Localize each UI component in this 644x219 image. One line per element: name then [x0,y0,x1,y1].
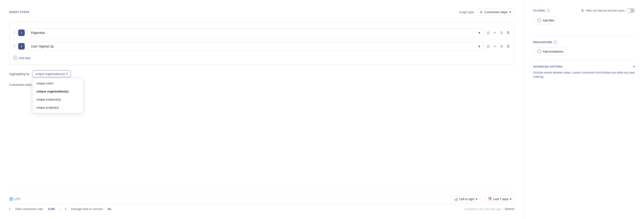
dropdown-option-unique-projects-label: unique project(s) [36,106,59,109]
filter-toggle-switch[interactable] [626,8,635,13]
drag-handle-1[interactable]: ⠿ [13,31,16,34]
add-step-label: Add step [19,56,30,60]
utc-label: UTC [14,197,21,201]
step-filter-btn-1[interactable]: ⊟ [486,30,490,35]
step-row-1: ⠿ 1 Pageview ▾ ⊟ ✏ ⧉ 🗑 [13,26,510,39]
step-number-1: 1 [18,29,25,36]
info-icon-avg: ℹ [65,207,66,211]
graph-type-button[interactable]: ⊟ Conversion steps ▾ [476,8,514,16]
conversion-window-row: Conversion wind... 7 days ▾ [9,81,514,88]
computed-label: Computed a few seconds ago [464,208,501,211]
add-breakdown-button[interactable]: + Add breakdown [533,47,567,55]
section-divider-1 [533,35,635,36]
step-dropdown-chevron-2: ▾ [478,44,480,48]
bottom-right-controls: 📊 Left to right ▾ 📅 Last 7 days ▾ [451,196,514,203]
add-step-plus-icon: + [13,56,17,60]
calendar-icon: 📅 [488,197,492,201]
filters-info-icon[interactable]: i [546,9,550,12]
bottom-bar: 🌐 UTC 📊 Left to right ▾ 📅 Last 7 days ▾ [9,192,514,203]
advanced-options-section: ADVANCED OPTIONS ▾ Exclude events betwee… [533,65,635,79]
step-filter-btn-2[interactable]: ⊟ [486,44,490,49]
step-actions-1: ⊟ ✏ ⧉ 🗑 [486,30,510,35]
graph-type-section: Graph type ⊟ Conversion steps ▾ [459,8,514,16]
step-number-2: 2 [18,43,25,49]
advanced-options-header[interactable]: ADVANCED OPTIONS ▾ [533,65,635,68]
add-breakdown-plus-icon: + [537,49,541,53]
add-filter-plus-icon: + [537,18,541,22]
conversion-window-label: Conversion wind... [9,83,34,86]
aggregating-dropdown-menu: unique users unique organization(s) uniq… [32,78,83,113]
breakdown-info-icon[interactable]: i [554,40,557,44]
add-filter-button[interactable]: + Add filter [533,16,558,24]
query-steps-label: QUERY STEPS [9,10,29,13]
step-event-1: Pageview [31,31,45,34]
dropdown-option-unique-users[interactable]: unique users [32,79,83,87]
filters-label: FILTERS [533,9,545,12]
filters-title: FILTERS i [533,9,550,12]
total-conversion-value: 0.0% [48,207,55,211]
step-delete-btn-2[interactable]: 🗑 [506,44,510,49]
graph-type-value: Conversion steps [484,10,508,14]
refresh-button[interactable]: Refresh [505,208,514,211]
breakdown-section: BREAKDOWN i + Add breakdown [533,40,635,55]
info-icon-conversion: ℹ [9,207,10,211]
add-breakdown-label: Add breakdown [543,50,564,53]
aggregating-row: Aggregating by unique organization(s) ▾ … [9,70,514,77]
gear-icon: ⚙ [581,9,584,12]
aggregating-label: Aggregating by [9,72,29,76]
footer-left: ℹ Total conversion rate: 0.0% | ℹ Averag… [9,207,111,211]
step-dropdown-2[interactable]: User Signed Up ▾ [28,42,484,51]
chevron-down-icon: ▾ [510,10,511,14]
bar-chart-icon: 📊 [454,197,458,201]
date-range-button[interactable]: 📅 Last 7 days ▾ [485,196,515,203]
advanced-options-title: ADVANCED OPTIONS [533,65,563,68]
advanced-options-desc: Exclude events between steps, custom con… [533,70,635,79]
aggregating-value: unique organization(s) [35,72,65,76]
step-edit-btn-2[interactable]: ✏ [493,44,497,49]
add-filter-label: Add filter [543,19,554,22]
filters-header: FILTERS i ⚙ Filter out internal and test… [533,8,635,13]
breakdown-title: BREAKDOWN i [533,40,557,44]
query-header: QUERY STEPS Graph type ⊟ Conversion step… [9,8,514,16]
last-7-days-label: Last 7 days [493,197,509,201]
breakdown-label: BREAKDOWN [533,41,552,43]
dropdown-option-unique-users-label: unique users [36,82,53,85]
step-edit-btn-1[interactable]: ✏ [493,30,497,35]
dropdown-option-unique-projects[interactable]: unique project(s) [32,103,83,112]
total-conversion-label: Total conversion rate: [15,207,44,211]
step-copy-btn-2[interactable]: ⧉ [500,44,503,49]
drag-handle-2[interactable]: ⠿ [13,44,16,48]
globe-icon: 🌐 [9,197,13,201]
date-range-chevron: ▾ [510,197,512,201]
filters-section: FILTERS i ⚙ Filter out internal and test… [533,8,635,24]
step-row-2: ⠿ 2 User Signed Up ▾ ⊟ ✏ ⧉ 🗑 [13,39,510,53]
step-dropdown-1[interactable]: Pageview ▾ [28,28,484,37]
step-copy-btn-1[interactable]: ⧉ [500,30,503,35]
left-to-right-button[interactable]: 📊 Left to right ▾ [451,196,480,203]
left-panel: QUERY STEPS Graph type ⊟ Conversion step… [0,0,524,219]
avg-time-value: 0s [108,207,111,211]
step-event-2: User Signed Up [31,44,54,48]
filter-internal-label: Filter out internal and test users [586,9,624,12]
section-divider-2 [533,60,635,60]
left-to-right-chevron: ▾ [476,197,477,201]
dropdown-option-unique-orgs[interactable]: unique organization(s) [32,87,83,95]
dropdown-option-unique-instances[interactable]: unique instance(s) [32,95,83,103]
breakdown-header: BREAKDOWN i [533,40,635,44]
aggregating-chevron-icon: ▾ [66,72,68,76]
right-panel: FILTERS i ⚙ Filter out internal and test… [524,0,644,219]
step-delete-btn-1[interactable]: 🗑 [506,30,510,35]
footer-stats: ℹ Total conversion rate: 0.0% | ℹ Averag… [9,204,514,211]
filter-toggle-section: ⚙ Filter out internal and test users [581,8,635,13]
avg-time-label: Average time to convert: [71,207,104,211]
dropdown-option-unique-instances-label: unique instance(s) [36,98,61,101]
graph-type-label: Graph type [459,10,474,14]
aggregating-dropdown[interactable]: unique organization(s) ▾ unique users un… [32,70,71,77]
add-step-button[interactable]: + Add step [13,55,30,61]
advanced-options-chevron: ▾ [634,65,635,68]
filter-icon: ⊟ [480,10,483,14]
dropdown-option-unique-orgs-label: unique organization(s) [36,90,68,93]
step-actions-2: ⊟ ✏ ⧉ 🗑 [486,44,510,49]
steps-container: ⠿ 1 Pageview ▾ ⊟ ✏ ⧉ 🗑 ⠿ 2 User Signed [9,22,514,65]
utc-section: 🌐 UTC [9,197,21,201]
